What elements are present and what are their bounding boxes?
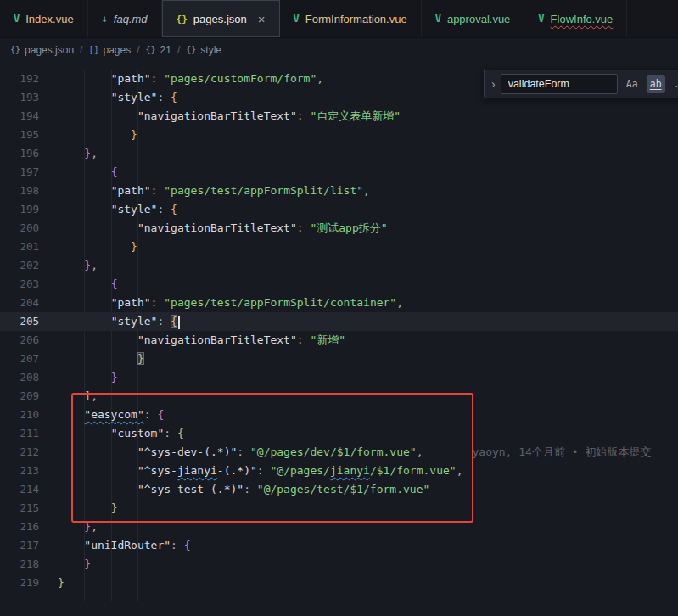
code-line-219[interactable]: 219} (0, 574, 678, 592)
code-line-204[interactable]: 204 "path": "pages/test/appFormSplit/con… (0, 294, 678, 312)
code-line-203[interactable]: 203 { (0, 275, 678, 294)
token: jianyi (177, 464, 217, 477)
code-line-211[interactable]: 211 "custom": { (0, 424, 678, 443)
line-number[interactable]: 203 (0, 275, 39, 294)
line-number[interactable]: 204 (0, 294, 39, 312)
token: "navigationBarTitleText" (137, 221, 297, 234)
line-number[interactable]: 206 (0, 331, 39, 350)
line-number[interactable]: 216 (0, 518, 39, 536)
tab-label: pages.json (193, 13, 247, 25)
vue-icon: V (14, 13, 20, 25)
close-icon[interactable]: × (258, 13, 266, 25)
tab-label: FlowInfo.vue (551, 13, 614, 25)
code-text: "^sys-test-(.*)": "@/pages/test/$1/form.… (39, 483, 429, 496)
token: "path" (111, 296, 151, 309)
code-line-217[interactable]: 217 "uniIdRouter": { (0, 536, 678, 555)
code-line-194[interactable]: 194 "navigationBarTitleText": "自定义表单新增" (0, 107, 678, 126)
token: ] (84, 389, 91, 402)
line-number[interactable]: 213 (0, 462, 39, 480)
code-line-208[interactable]: 208 } (0, 368, 678, 387)
regex-button[interactable]: .* (670, 75, 678, 93)
line-number[interactable]: 209 (0, 387, 39, 406)
line-number[interactable]: 207 (0, 350, 39, 368)
code-line-202[interactable]: 202 }, (0, 256, 678, 275)
code-line-196[interactable]: 196 }, (0, 144, 678, 163)
breadcrumb-item-21[interactable]: {} 21 (146, 44, 171, 56)
breadcrumb-item-pages[interactable]: [] pages (88, 44, 131, 56)
token: "pages/customForm/form" (164, 72, 317, 85)
line-number[interactable]: 196 (0, 144, 39, 163)
tab-approval-vue[interactable]: V approval.vue (422, 0, 525, 37)
code-text: "style": { (39, 203, 177, 216)
line-number[interactable]: 193 (0, 88, 39, 107)
token: } (84, 520, 91, 533)
line-number[interactable]: 210 (0, 406, 39, 424)
code-text: "style": { (39, 91, 177, 104)
line-number[interactable]: 200 (0, 219, 39, 238)
line-number[interactable]: 197 (0, 163, 39, 182)
vue-icon: V (435, 13, 441, 25)
code-line-209[interactable]: 209 ], (0, 387, 678, 406)
code-text: "path": "pages/test/appFormSplit/list", (39, 184, 370, 197)
line-number[interactable]: 199 (0, 200, 39, 219)
line-number[interactable]: 219 (0, 574, 39, 592)
object-icon: {} (10, 45, 20, 54)
code-line-205[interactable]: 205 "style": { (0, 312, 678, 331)
code-line-201[interactable]: 201 } (0, 238, 678, 256)
token: : (237, 445, 250, 458)
tab-index-vue[interactable]: V Index.vue (0, 0, 88, 37)
code-line-200[interactable]: 200 "navigationBarTitleText": "测试app拆分" (0, 219, 678, 238)
code-line-213[interactable]: 213 "^sys-jianyi-(.*)": "@/pages/jianyi/… (0, 462, 678, 480)
token: { (177, 427, 184, 440)
token: "navigationBarTitleText" (137, 109, 297, 122)
line-number[interactable]: 218 (0, 555, 39, 574)
line-number[interactable]: 194 (0, 107, 39, 126)
tab-flowinfo-vue[interactable]: V FlowInfo.vue (524, 0, 627, 37)
breadcrumb-label: pages (103, 44, 131, 56)
tab-pages-json[interactable]: {} pages.json × (162, 0, 280, 37)
line-number[interactable]: 195 (0, 126, 39, 144)
code-line-195[interactable]: 195 } (0, 126, 678, 144)
toggle-replace-chevron-icon[interactable]: › (491, 77, 496, 91)
code-line-197[interactable]: 197 { (0, 163, 678, 182)
line-number[interactable]: 202 (0, 256, 39, 275)
tab-forminformation-vue[interactable]: V FormInformation.vue (280, 0, 422, 37)
line-number[interactable]: 205 (0, 312, 39, 331)
code-line-215[interactable]: 215 } (0, 499, 678, 518)
line-number[interactable]: 201 (0, 238, 39, 256)
token: : (244, 483, 257, 496)
token: "path" (111, 184, 151, 197)
line-number[interactable]: 217 (0, 536, 39, 555)
code-line-198[interactable]: 198 "path": "pages/test/appFormSplit/lis… (0, 182, 678, 200)
breadcrumb-item-style[interactable]: {} style (186, 44, 221, 56)
line-number[interactable]: 215 (0, 499, 39, 518)
find-widget: › Aa ab .* (484, 70, 678, 98)
code-line-206[interactable]: 206 "navigationBarTitleText": "新增" (0, 331, 678, 350)
line-number[interactable]: 211 (0, 424, 39, 443)
vue-icon: V (538, 13, 544, 25)
code-line-216[interactable]: 216 }, (0, 518, 678, 536)
find-input[interactable] (501, 74, 618, 94)
line-number[interactable]: 212 (0, 443, 39, 462)
code-text: }, (39, 259, 98, 272)
whole-word-button[interactable]: ab (647, 75, 665, 93)
token: , (91, 147, 98, 160)
match-case-button[interactable]: Aa (623, 75, 642, 93)
code-line-214[interactable]: 214 "^sys-test-(.*)": "@/pages/test/$1/f… (0, 480, 678, 499)
token: "^sys-test-(.*)" (137, 483, 244, 496)
line-number[interactable]: 198 (0, 182, 39, 200)
token: "uniIdRouter" (84, 539, 171, 552)
code-line-207[interactable]: 207 } (0, 350, 678, 368)
tab-label: Index.vue (25, 13, 73, 25)
token: , (317, 72, 323, 85)
line-number[interactable]: 192 (0, 70, 39, 88)
code-line-218[interactable]: 218 } (0, 555, 678, 574)
breadcrumb-item-pages-json[interactable]: {} pages.json (10, 44, 74, 56)
tab-faq-md[interactable]: ↓ faq.md (88, 0, 162, 37)
line-number[interactable]: 208 (0, 368, 39, 387)
code-line-199[interactable]: 199 "style": { (0, 200, 678, 219)
code-line-212[interactable]: 212 "^sys-dev-(.*)": "@/pages/dev/$1/for… (0, 443, 678, 462)
line-number[interactable]: 214 (0, 480, 39, 499)
code-line-210[interactable]: 210 "easycom": { (0, 406, 678, 424)
code-editor[interactable]: 192 "path": "pages/customForm/form",193 … (0, 61, 678, 616)
